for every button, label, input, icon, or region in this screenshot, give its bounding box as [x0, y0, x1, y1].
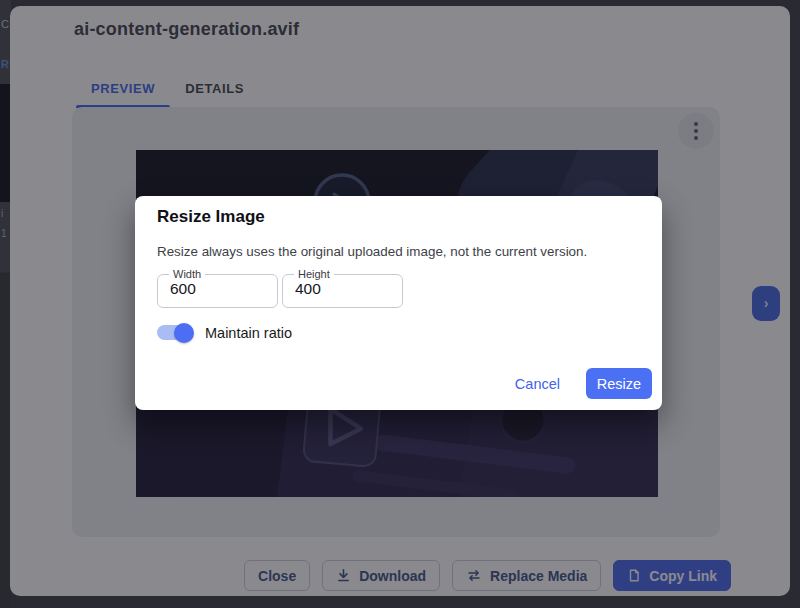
width-field: Width [157, 268, 278, 308]
dimension-fields: Width Height [157, 268, 403, 308]
resize-dialog-title: Resize Image [157, 207, 265, 227]
resize-dialog: Resize Image Resize always uses the orig… [135, 196, 662, 410]
resize-button[interactable]: Resize [586, 368, 652, 399]
resize-dialog-description: Resize always uses the original uploaded… [157, 244, 587, 259]
width-input[interactable] [169, 280, 269, 305]
maintain-ratio-toggle[interactable] [157, 325, 192, 340]
cancel-button[interactable]: Cancel [513, 376, 562, 392]
resize-dialog-footer: Cancel Resize [513, 368, 652, 399]
height-field-label: Height [294, 268, 334, 280]
screen: C R i 1 ai-content-generation.avif PREVI… [0, 0, 800, 608]
maintain-ratio-label: Maintain ratio [205, 325, 292, 341]
height-input[interactable] [294, 280, 394, 305]
maintain-ratio-row: Maintain ratio [157, 322, 292, 343]
width-field-label: Width [169, 268, 205, 280]
toggle-thumb [174, 323, 194, 343]
height-field: Height [282, 268, 403, 308]
